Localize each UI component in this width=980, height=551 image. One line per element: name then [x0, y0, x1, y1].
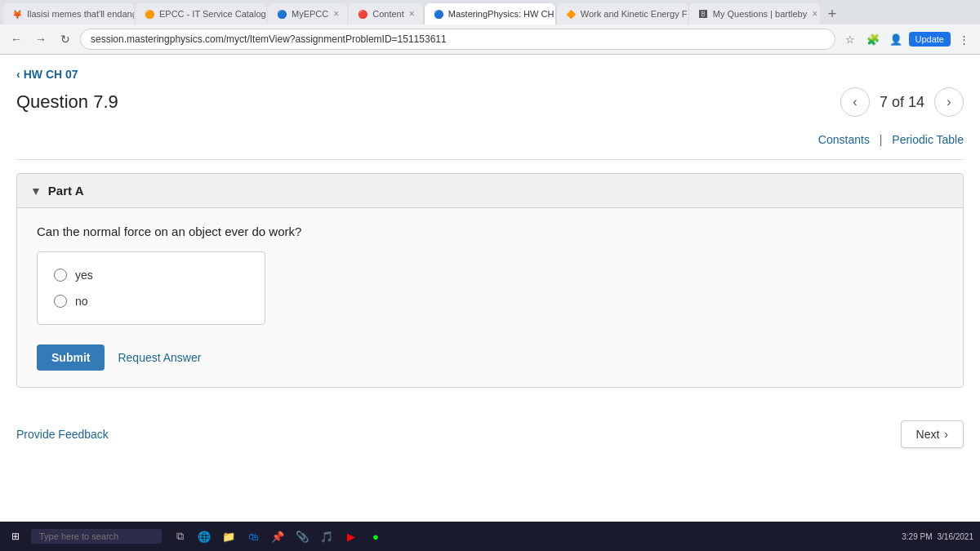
tab-4-label: Content — [372, 9, 404, 19]
prev-question-button[interactable]: ‹ — [840, 87, 870, 117]
back-link-label: HW CH 07 — [24, 68, 78, 81]
question-count: 7 of 14 — [880, 94, 924, 111]
tab-5[interactable]: 🔵 MasteringPhysics: HW CH 07 × — [425, 3, 555, 24]
tab-1-favicon: 🦊 — [11, 8, 23, 20]
tab-1-label: Ilasisi memes that'll endanger... — [27, 9, 134, 19]
forward-button[interactable]: → — [31, 29, 51, 49]
option-no[interactable]: no — [51, 288, 252, 314]
tab-2[interactable]: 🟠 EPCC - IT Service Catalog - Blac... × — [136, 3, 266, 24]
next-button-label: Next — [916, 428, 940, 441]
prev-arrow-icon: ‹ — [853, 95, 857, 109]
menu-icon[interactable]: ⋮ — [954, 29, 973, 49]
tab-6-favicon: 🔶 — [565, 8, 577, 20]
next-button-icon: › — [944, 428, 948, 441]
browser-chrome: 🦊 Ilasisi memes that'll endanger... × 🟠 … — [0, 0, 980, 55]
bookmark-icon[interactable]: ☆ — [840, 29, 860, 49]
part-a-body: Can the normal force on an object ever d… — [17, 208, 963, 387]
tab-3-close[interactable]: × — [333, 8, 339, 20]
tab-5-favicon: 🔵 — [433, 8, 444, 20]
radio-no[interactable] — [54, 295, 67, 308]
submit-button[interactable]: Submit — [37, 344, 105, 371]
part-a-section: ▼ Part A Can the normal force on an obje… — [16, 173, 964, 388]
question-title: Question 7.9 — [16, 91, 118, 113]
nav-controls: ‹ 7 of 14 › — [840, 87, 964, 117]
part-a-label: Part A — [48, 184, 84, 198]
tab-6-label: Work and Kinetic Energy Flashc... — [581, 9, 688, 19]
provide-feedback-link[interactable]: Provide Feedback — [16, 428, 109, 441]
profile-icon[interactable]: 👤 — [886, 29, 906, 49]
back-link[interactable]: ‹ HW CH 07 — [16, 68, 78, 81]
page-content: ‹ HW CH 07 Question 7.9 ‹ 7 of 14 › Cons… — [0, 55, 980, 478]
browser-actions: ☆ 🧩 👤 Update ⋮ — [840, 29, 973, 49]
next-arrow-icon: › — [947, 95, 951, 109]
tab-4[interactable]: 🔴 Content × — [349, 3, 423, 24]
extension-icon[interactable]: 🧩 — [863, 29, 883, 49]
new-tab-button[interactable]: + — [822, 3, 844, 24]
tab-bar: 🦊 Ilasisi memes that'll endanger... × 🟠 … — [0, 0, 980, 24]
address-input[interactable] — [80, 29, 835, 50]
resources-separator: | — [880, 133, 883, 146]
tab-6[interactable]: 🔶 Work and Kinetic Energy Flashc... × — [557, 3, 688, 24]
option-no-label: no — [75, 295, 88, 308]
part-a-header[interactable]: ▼ Part A — [17, 174, 963, 208]
next-question-button[interactable]: › — [934, 87, 964, 117]
tab-5-label: MasteringPhysics: HW CH 07 — [448, 9, 555, 19]
option-yes-label: yes — [75, 269, 93, 282]
periodic-table-link[interactable]: Periodic Table — [892, 133, 964, 146]
constants-link[interactable]: Constants — [818, 133, 870, 146]
option-yes[interactable]: yes — [51, 262, 252, 288]
tab-1[interactable]: 🦊 Ilasisi memes that'll endanger... × — [3, 3, 134, 24]
action-row: Submit Request Answer — [37, 344, 943, 371]
options-box: yes no — [37, 251, 265, 325]
tab-2-favicon: 🟠 — [144, 8, 155, 20]
radio-yes[interactable] — [54, 269, 67, 282]
tab-2-label: EPCC - IT Service Catalog - Blac... — [159, 9, 266, 19]
part-a-question-text: Can the normal force on an object ever d… — [37, 224, 943, 238]
back-chevron-icon: ‹ — [16, 68, 20, 81]
footer-row: Provide Feedback Next › — [16, 420, 964, 464]
tab-3-favicon: 🔵 — [276, 8, 287, 20]
tab-4-close[interactable]: × — [409, 8, 415, 20]
back-button[interactable]: ← — [7, 29, 26, 49]
tab-7-close[interactable]: × — [812, 8, 817, 20]
tab-7[interactable]: 🅱 My Questions | bartleby × — [689, 3, 820, 24]
reload-button[interactable]: ↻ — [56, 29, 75, 49]
tab-4-favicon: 🔴 — [357, 8, 368, 20]
next-button[interactable]: Next › — [901, 420, 964, 448]
part-a-toggle-icon: ▼ — [30, 184, 42, 198]
question-header: Question 7.9 ‹ 7 of 14 › — [16, 87, 964, 117]
request-answer-link[interactable]: Request Answer — [118, 351, 201, 364]
tab-7-favicon: 🅱 — [697, 8, 709, 20]
tab-3[interactable]: 🔵 MyEPCC × — [268, 3, 347, 24]
update-button[interactable]: Update — [909, 32, 951, 47]
tab-7-label: My Questions | bartleby — [713, 9, 807, 19]
resources-bar: Constants | Periodic Table — [16, 127, 964, 160]
address-bar: ← → ↻ ☆ 🧩 👤 Update ⋮ — [0, 24, 980, 54]
tab-3-label: MyEPCC — [292, 9, 328, 19]
